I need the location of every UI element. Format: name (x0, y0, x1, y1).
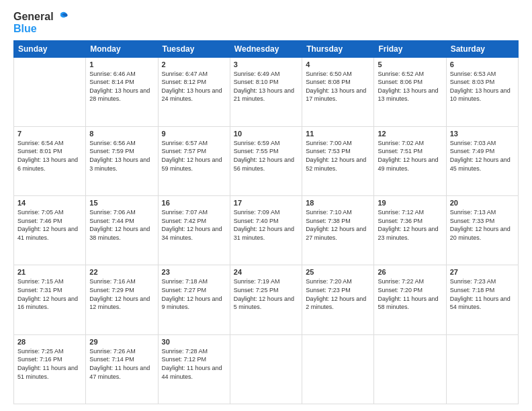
day-info: Sunrise: 6:59 AM Sunset: 7:55 PM Dayligh… (234, 139, 298, 173)
sunrise-text: Sunrise: 6:56 AM (89, 140, 136, 146)
day-number: 6 (450, 60, 515, 68)
daylight-text: Daylight: 12 hours and 52 minutes. (306, 156, 366, 172)
day-info: Sunrise: 6:54 AM Sunset: 8:01 PM Dayligh… (17, 139, 82, 173)
daylight-text: Daylight: 13 hours and 6 minutes. (17, 156, 78, 172)
sunrise-text: Sunrise: 6:57 AM (162, 140, 208, 146)
header-sunday: Sunday (14, 40, 86, 57)
cell-4-6 (446, 334, 518, 404)
day-number: 12 (378, 130, 442, 138)
week-row-0: 1 Sunrise: 6:46 AM Sunset: 8:14 PM Dayli… (14, 57, 519, 126)
daylight-text: Daylight: 12 hours and 16 minutes. (17, 295, 78, 311)
header-row: Sunday Monday Tuesday Wednesday Thursday… (14, 40, 519, 57)
sunset-text: Sunset: 8:10 PM (234, 79, 279, 85)
week-row-3: 21 Sunrise: 7:15 AM Sunset: 7:31 PM Dayl… (14, 265, 519, 334)
day-number: 18 (306, 199, 370, 207)
sunrise-text: Sunrise: 7:03 AM (450, 140, 496, 146)
daylight-text: Daylight: 12 hours and 45 minutes. (450, 156, 511, 172)
cell-3-1: 22 Sunrise: 7:16 AM Sunset: 7:29 PM Dayl… (86, 265, 158, 334)
sunrise-text: Sunrise: 6:49 AM (234, 71, 280, 77)
day-info: Sunrise: 7:03 AM Sunset: 7:49 PM Dayligh… (450, 139, 515, 173)
sunrise-text: Sunrise: 6:50 AM (306, 71, 352, 77)
day-number: 3 (234, 60, 298, 68)
day-info: Sunrise: 6:49 AM Sunset: 8:10 PM Dayligh… (234, 70, 298, 103)
daylight-text: Daylight: 13 hours and 10 minutes. (450, 87, 511, 103)
day-number: 1 (89, 60, 154, 68)
sunrise-text: Sunrise: 7:13 AM (450, 209, 496, 216)
sunrise-text: Sunrise: 7:02 AM (378, 140, 424, 146)
day-info: Sunrise: 6:57 AM Sunset: 7:57 PM Dayligh… (162, 139, 226, 173)
sunset-text: Sunset: 7:20 PM (378, 287, 423, 293)
sunset-text: Sunset: 7:23 PM (306, 287, 351, 293)
day-number: 19 (378, 199, 442, 207)
cell-0-6: 6 Sunrise: 6:53 AM Sunset: 8:03 PM Dayli… (446, 57, 518, 126)
sunrise-text: Sunrise: 7:12 AM (378, 209, 424, 216)
sunset-text: Sunset: 7:31 PM (17, 287, 62, 293)
day-info: Sunrise: 6:50 AM Sunset: 8:08 PM Dayligh… (306, 70, 370, 103)
cell-1-3: 10 Sunrise: 6:59 AM Sunset: 7:55 PM Dayl… (230, 126, 302, 195)
cell-3-4: 25 Sunrise: 7:20 AM Sunset: 7:23 PM Dayl… (302, 265, 374, 334)
header-wednesday: Wednesday (230, 40, 302, 57)
daylight-text: Daylight: 13 hours and 13 minutes. (378, 87, 438, 103)
day-number: 2 (162, 60, 226, 68)
daylight-text: Daylight: 12 hours and 5 minutes. (234, 295, 294, 311)
cell-2-4: 18 Sunrise: 7:10 AM Sunset: 7:38 PM Dayl… (302, 196, 374, 265)
sunset-text: Sunset: 7:51 PM (378, 148, 423, 154)
daylight-text: Daylight: 11 hours and 44 minutes. (162, 365, 222, 380)
daylight-text: Daylight: 13 hours and 3 minutes. (89, 156, 150, 172)
day-number: 13 (450, 130, 515, 138)
cell-4-0: 28 Sunrise: 7:25 AM Sunset: 7:16 PM Dayl… (14, 334, 86, 404)
sunrise-text: Sunrise: 7:10 AM (306, 209, 352, 216)
cell-2-3: 17 Sunrise: 7:09 AM Sunset: 7:40 PM Dayl… (230, 196, 302, 265)
sunset-text: Sunset: 7:57 PM (162, 148, 207, 154)
cell-4-2: 30 Sunrise: 7:28 AM Sunset: 7:12 PM Dayl… (158, 334, 230, 404)
daylight-text: Daylight: 12 hours and 12 minutes. (89, 295, 150, 311)
cell-2-0: 14 Sunrise: 7:05 AM Sunset: 7:46 PM Dayl… (14, 196, 86, 265)
sunset-text: Sunset: 7:53 PM (306, 148, 351, 154)
daylight-text: Daylight: 11 hours and 47 minutes. (89, 365, 150, 380)
cell-0-3: 3 Sunrise: 6:49 AM Sunset: 8:10 PM Dayli… (230, 57, 302, 126)
daylight-text: Daylight: 11 hours and 54 minutes. (450, 295, 511, 311)
cell-4-1: 29 Sunrise: 7:26 AM Sunset: 7:14 PM Dayl… (86, 334, 158, 404)
sunrise-text: Sunrise: 7:25 AM (17, 348, 64, 355)
day-info: Sunrise: 7:13 AM Sunset: 7:33 PM Dayligh… (450, 208, 515, 242)
sunset-text: Sunset: 7:33 PM (450, 218, 495, 224)
day-info: Sunrise: 7:10 AM Sunset: 7:38 PM Dayligh… (306, 208, 370, 242)
day-info: Sunrise: 7:19 AM Sunset: 7:25 PM Dayligh… (234, 277, 298, 311)
logo-blue: Blue (13, 23, 69, 35)
daylight-text: Daylight: 13 hours and 21 minutes. (234, 87, 294, 103)
sunset-text: Sunset: 8:03 PM (450, 79, 495, 85)
daylight-text: Daylight: 13 hours and 24 minutes. (162, 87, 222, 103)
day-number: 4 (306, 60, 370, 68)
cell-2-1: 15 Sunrise: 7:06 AM Sunset: 7:44 PM Dayl… (86, 196, 158, 265)
day-info: Sunrise: 7:23 AM Sunset: 7:18 PM Dayligh… (450, 277, 515, 311)
day-number: 10 (234, 130, 298, 138)
day-number: 30 (162, 338, 226, 346)
daylight-text: Daylight: 12 hours and 59 minutes. (162, 156, 222, 172)
day-info: Sunrise: 7:26 AM Sunset: 7:14 PM Dayligh… (89, 347, 154, 381)
day-number: 16 (162, 199, 226, 207)
calendar-page: General Blue Sunday Monday Tuesday Wedne… (0, 0, 532, 411)
sunset-text: Sunset: 7:46 PM (17, 218, 62, 224)
logo-general: General (13, 11, 54, 23)
day-info: Sunrise: 7:15 AM Sunset: 7:31 PM Dayligh… (17, 277, 82, 311)
cell-4-3 (230, 334, 302, 404)
daylight-text: Daylight: 12 hours and 38 minutes. (89, 226, 150, 241)
sunrise-text: Sunrise: 7:22 AM (378, 278, 424, 285)
logo: General Blue (13, 11, 69, 35)
daylight-text: Daylight: 13 hours and 17 minutes. (306, 87, 366, 103)
header-monday: Monday (86, 40, 158, 57)
daylight-text: Daylight: 12 hours and 23 minutes. (378, 226, 438, 241)
cell-0-5: 5 Sunrise: 6:52 AM Sunset: 8:06 PM Dayli… (374, 57, 446, 126)
day-number: 23 (162, 268, 226, 276)
header: General Blue (13, 11, 519, 35)
sunrise-text: Sunrise: 7:09 AM (234, 209, 280, 216)
day-number: 5 (378, 60, 442, 68)
daylight-text: Daylight: 12 hours and 34 minutes. (162, 226, 222, 241)
cell-1-6: 13 Sunrise: 7:03 AM Sunset: 7:49 PM Dayl… (446, 126, 518, 195)
daylight-text: Daylight: 12 hours and 9 minutes. (162, 295, 222, 311)
sunset-text: Sunset: 7:14 PM (89, 356, 134, 363)
sunrise-text: Sunrise: 6:59 AM (234, 140, 280, 146)
sunset-text: Sunset: 7:18 PM (450, 287, 495, 293)
cell-3-6: 27 Sunrise: 7:23 AM Sunset: 7:18 PM Dayl… (446, 265, 518, 334)
cell-2-6: 20 Sunrise: 7:13 AM Sunset: 7:33 PM Dayl… (446, 196, 518, 265)
